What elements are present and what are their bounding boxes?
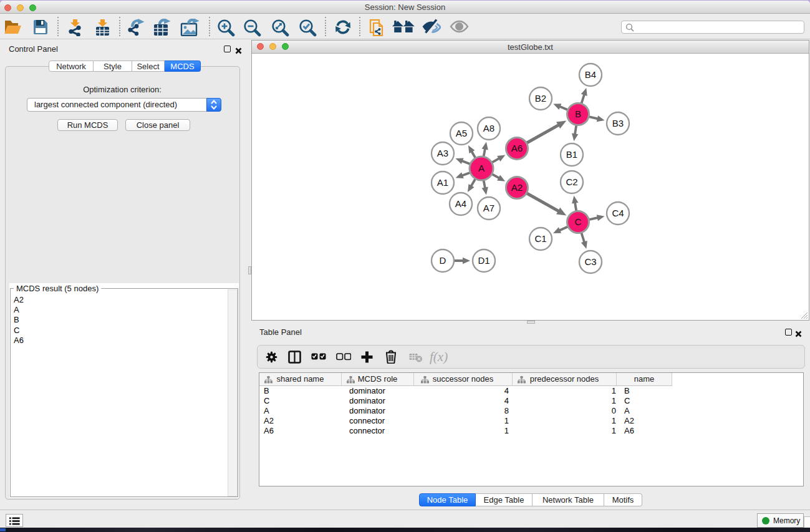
svg-text:C4: C4 (612, 208, 624, 218)
svg-text:A4: A4 (455, 198, 466, 209)
svg-text:C2: C2 (566, 177, 577, 187)
svg-text:A6: A6 (511, 143, 523, 153)
svg-text:C: C (575, 216, 582, 227)
svg-text:B2: B2 (535, 93, 546, 104)
svg-text:A7: A7 (483, 203, 494, 213)
svg-text:B4: B4 (585, 69, 596, 80)
svg-text:B: B (575, 109, 581, 119)
svg-text:A: A (478, 163, 485, 173)
svg-text:C1: C1 (534, 233, 546, 244)
svg-text:D: D (440, 255, 446, 266)
svg-text:A8: A8 (483, 123, 494, 133)
svg-text:A1: A1 (437, 177, 448, 188)
svg-text:B1: B1 (566, 149, 577, 160)
svg-text:C3: C3 (584, 256, 596, 267)
svg-text:A3: A3 (437, 148, 448, 158)
svg-text:A5: A5 (456, 128, 467, 138)
svg-text:B3: B3 (612, 118, 624, 128)
svg-text:D1: D1 (478, 255, 489, 266)
svg-text:A2: A2 (511, 182, 523, 193)
